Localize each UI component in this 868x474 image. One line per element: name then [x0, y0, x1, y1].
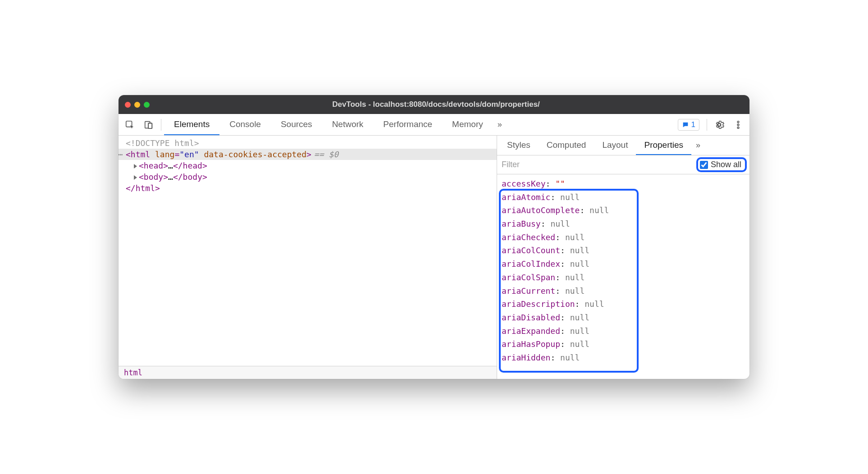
- settings-icon[interactable]: [710, 114, 729, 136]
- tab-network[interactable]: Network: [322, 114, 374, 135]
- property-row[interactable]: ariaAutoComplete: null: [502, 204, 745, 217]
- more-sidebar-tabs-icon[interactable]: »: [691, 141, 705, 150]
- sidebar-tab-properties[interactable]: Properties: [636, 136, 691, 155]
- property-row[interactable]: ariaChecked: null: [502, 231, 745, 244]
- property-row[interactable]: ariaDescription: null: [502, 297, 745, 311]
- svg-point-4: [718, 123, 721, 126]
- tab-elements[interactable]: Elements: [164, 114, 219, 135]
- issues-badge[interactable]: 1: [678, 119, 699, 131]
- property-row[interactable]: ariaColCount: null: [502, 244, 745, 257]
- svg-point-7: [737, 127, 739, 128]
- show-all-toggle[interactable]: Show all: [696, 157, 747, 172]
- titlebar: DevTools - localhost:8080/docs/devtools/…: [119, 95, 749, 114]
- main-toolbar: ElementsConsoleSourcesNetworkPerformance…: [119, 114, 749, 136]
- property-row[interactable]: ariaAtomic: null: [502, 191, 745, 204]
- dom-body-element[interactable]: <body>…</body>: [119, 171, 497, 182]
- window-title: DevTools - localhost:8080/docs/devtools/…: [156, 100, 743, 109]
- property-row[interactable]: ariaHasPopup: null: [502, 337, 745, 351]
- property-row[interactable]: ariaColIndex: null: [502, 257, 745, 271]
- inspect-element-icon[interactable]: [120, 114, 139, 136]
- svg-point-6: [737, 124, 739, 126]
- tab-console[interactable]: Console: [219, 114, 271, 135]
- property-row[interactable]: ariaDisabled: null: [502, 311, 745, 324]
- separator: [161, 119, 161, 131]
- sidebar-tabs: StylesComputedLayoutProperties »: [497, 136, 749, 155]
- svg-rect-2: [148, 123, 152, 128]
- property-row[interactable]: ariaColSpan: null: [502, 271, 745, 284]
- kebab-menu-icon[interactable]: [729, 114, 748, 136]
- property-row[interactable]: ariaExpanded: null: [502, 324, 745, 338]
- filter-row: Show all: [497, 155, 749, 174]
- separator: [707, 119, 707, 131]
- expand-icon[interactable]: [134, 164, 137, 169]
- close-icon[interactable]: [125, 102, 131, 108]
- issues-count: 1: [691, 120, 695, 129]
- sidebar-tab-styles[interactable]: Styles: [499, 136, 539, 155]
- properties-list[interactable]: accessKey: ""ariaAtomic: nullariaAutoCom…: [497, 174, 749, 379]
- dom-tree[interactable]: <!DOCTYPE html> <html lang="en" data-coo…: [119, 136, 497, 366]
- property-row[interactable]: ariaBusy: null: [502, 217, 745, 231]
- window-controls: [125, 102, 150, 108]
- elements-panel: <!DOCTYPE html> <html lang="en" data-coo…: [119, 136, 497, 379]
- show-all-checkbox[interactable]: [700, 161, 708, 169]
- maximize-icon[interactable]: [144, 102, 150, 108]
- tab-memory[interactable]: Memory: [442, 114, 493, 135]
- dom-head-element[interactable]: <head>…</head>: [119, 160, 497, 171]
- minimize-icon[interactable]: [134, 102, 140, 108]
- property-row[interactable]: accessKey: "": [502, 177, 745, 191]
- tab-sources[interactable]: Sources: [271, 114, 322, 135]
- sidebar-tab-computed[interactable]: Computed: [539, 136, 594, 155]
- dom-html-element[interactable]: <html lang="en" data-cookies-accepted>==…: [119, 149, 497, 160]
- dom-doctype[interactable]: <!DOCTYPE html>: [119, 137, 497, 149]
- dom-html-close[interactable]: </html>: [119, 182, 497, 194]
- property-row[interactable]: ariaCurrent: null: [502, 284, 745, 298]
- breadcrumb[interactable]: html: [119, 366, 497, 379]
- device-toolbar-icon[interactable]: [139, 114, 158, 136]
- tab-performance[interactable]: Performance: [373, 114, 442, 135]
- svg-point-5: [737, 121, 739, 123]
- sidebar-tab-layout[interactable]: Layout: [594, 136, 636, 155]
- body-split: <!DOCTYPE html> <html lang="en" data-coo…: [119, 136, 749, 379]
- more-tabs-icon[interactable]: »: [493, 120, 507, 129]
- property-row[interactable]: ariaHidden: null: [502, 351, 745, 365]
- sidebar-panel: StylesComputedLayoutProperties » Show al…: [497, 136, 749, 379]
- main-tabs: ElementsConsoleSourcesNetworkPerformance…: [164, 114, 493, 135]
- filter-input[interactable]: [502, 160, 696, 169]
- show-all-label: Show all: [711, 160, 741, 169]
- devtools-window: DevTools - localhost:8080/docs/devtools/…: [119, 95, 749, 379]
- expand-icon[interactable]: [134, 175, 137, 180]
